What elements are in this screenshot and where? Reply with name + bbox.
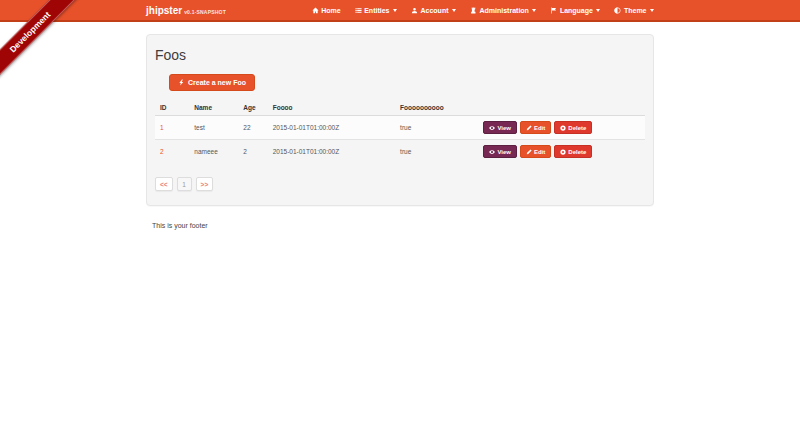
- cell-name: nameee: [189, 140, 238, 164]
- table-header-row: ID Name Age Foooo Foooooooooo: [155, 100, 645, 116]
- list-icon: [355, 7, 362, 14]
- nav-item-home[interactable]: Home: [312, 7, 341, 14]
- header-id[interactable]: ID: [155, 100, 189, 116]
- brand-name: jhipster: [146, 5, 182, 16]
- pencil-icon: [526, 149, 532, 155]
- cell-foooooooooo: true: [395, 116, 478, 140]
- foo-panel: Foos Create a new Foo ID Name Age Foooo …: [146, 34, 654, 206]
- row-id-link[interactable]: 1: [160, 124, 164, 131]
- caret-down-icon: [452, 9, 456, 12]
- navbar-menu: Home Entities Account Administration: [312, 7, 654, 14]
- delete-button[interactable]: Delete: [554, 145, 592, 158]
- remove-circle-icon: [560, 149, 566, 155]
- nav-item-language[interactable]: Language: [550, 7, 600, 14]
- nav-item-account[interactable]: Account: [411, 7, 456, 14]
- adjust-icon: [614, 7, 621, 14]
- cell-age: 2: [238, 140, 267, 164]
- brand-version: v0.1-SNAPSHOT: [184, 9, 226, 15]
- create-foo-button[interactable]: Create a new Foo: [169, 74, 255, 91]
- user-icon: [411, 7, 418, 14]
- remove-circle-icon: [560, 125, 566, 131]
- nav-item-administration[interactable]: Administration: [470, 7, 536, 14]
- cell-name: test: [189, 116, 238, 140]
- footer-text: This is your footer: [146, 222, 654, 229]
- brand-link[interactable]: jhipsterv0.1-SNAPSHOT: [146, 5, 226, 16]
- caret-down-icon: [532, 9, 536, 12]
- header-foooooooooo[interactable]: Foooooooooo: [395, 100, 478, 116]
- foo-table: ID Name Age Foooo Foooooooooo 1 test 22 …: [155, 100, 645, 163]
- cell-age: 22: [238, 116, 267, 140]
- header-foooo[interactable]: Foooo: [268, 100, 395, 116]
- flag-icon: [550, 7, 557, 14]
- cell-foooo: 2015-01-01T01:00:00Z: [268, 116, 395, 140]
- header-age[interactable]: Age: [238, 100, 267, 116]
- edit-button[interactable]: Edit: [520, 145, 551, 158]
- pagination-last-button[interactable]: >>: [196, 177, 214, 191]
- tower-icon: [470, 7, 477, 14]
- pagination: << 1 >>: [155, 177, 645, 191]
- caret-down-icon: [596, 9, 600, 12]
- table-row: 2 nameee 2 2015-01-01T01:00:00Z true Vie…: [155, 140, 645, 164]
- edit-button[interactable]: Edit: [520, 121, 551, 134]
- table-body: 1 test 22 2015-01-01T01:00:00Z true View…: [155, 116, 645, 164]
- caret-down-icon: [650, 9, 654, 12]
- view-button[interactable]: View: [483, 145, 517, 158]
- row-id-link[interactable]: 2: [160, 148, 164, 155]
- flash-icon: [178, 79, 185, 86]
- pagination-first-button[interactable]: <<: [155, 177, 173, 191]
- pencil-icon: [526, 125, 532, 131]
- nav-item-theme[interactable]: Theme: [614, 7, 654, 14]
- pagination-page-1[interactable]: 1: [177, 177, 192, 191]
- cell-foooo: 2015-01-01T01:00:00Z: [268, 140, 395, 164]
- main-container: Foos Create a new Foo ID Name Age Foooo …: [146, 34, 654, 229]
- header-actions: [478, 100, 645, 116]
- cell-foooooooooo: true: [395, 140, 478, 164]
- page-title: Foos: [155, 47, 645, 63]
- header-name[interactable]: Name: [189, 100, 238, 116]
- delete-button[interactable]: Delete: [554, 121, 592, 134]
- view-button[interactable]: View: [483, 121, 517, 134]
- navbar: jhipsterv0.1-SNAPSHOT Home Entities Acco…: [0, 0, 800, 22]
- home-icon: [312, 7, 319, 14]
- table-row: 1 test 22 2015-01-01T01:00:00Z true View…: [155, 116, 645, 140]
- caret-down-icon: [393, 9, 397, 12]
- nav-item-entities[interactable]: Entities: [355, 7, 397, 14]
- eye-icon: [489, 125, 495, 131]
- eye-icon: [489, 149, 495, 155]
